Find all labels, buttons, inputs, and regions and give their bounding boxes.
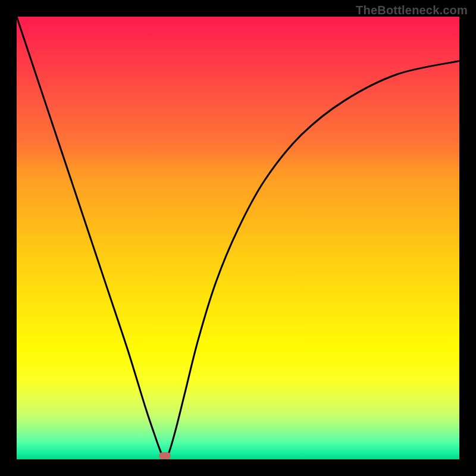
optimal-point-marker — [159, 452, 171, 459]
plot-area — [17, 17, 459, 459]
chart-frame: TheBottleneck.com — [0, 0, 476, 476]
curve-path — [17, 17, 459, 459]
watermark-text: TheBottleneck.com — [356, 4, 468, 17]
bottleneck-curve — [17, 17, 459, 459]
